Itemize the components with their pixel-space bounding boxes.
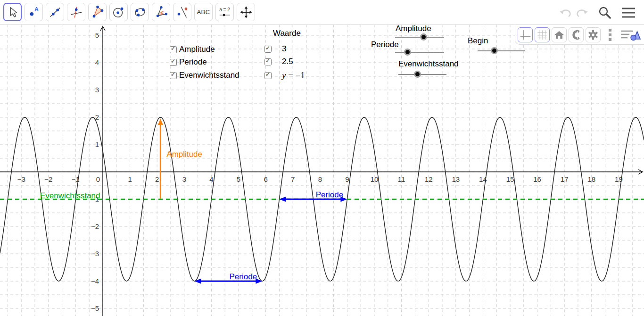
checkbox-periode[interactable]: Periode (170, 57, 207, 67)
tool-polygon-button[interactable] (88, 3, 107, 21)
checkbox-amplitude[interactable]: Amplitude (170, 45, 215, 54)
checkbox-label: Periode (179, 57, 207, 67)
x-tick-label: 1 (128, 175, 132, 183)
tool-buttons: A (3, 3, 255, 21)
evenwichtsstand-slider-knob[interactable] (414, 71, 421, 78)
x-tick-label: 9 (345, 175, 349, 183)
periode-slider-knob[interactable] (404, 49, 411, 56)
ellipse-icon (133, 5, 147, 19)
checkbox-icon[interactable] (264, 58, 272, 65)
checkbox-icon[interactable] (264, 46, 272, 53)
checkbox-icon[interactable] (264, 72, 272, 79)
undo-icon (559, 7, 572, 19)
view-options-icon (620, 28, 641, 42)
x-tick-label: 6 (264, 175, 267, 183)
tool-circle-button[interactable] (109, 3, 128, 21)
periode-label[interactable]: Periode (316, 190, 344, 199)
amplitude-slider-knob[interactable] (420, 33, 427, 41)
checkbox-icon[interactable] (170, 59, 177, 66)
tool-reflect-button[interactable] (173, 3, 191, 21)
slider-glyph (219, 13, 231, 17)
move-view-icon (239, 5, 253, 19)
amplitude-slider-track[interactable] (395, 37, 444, 38)
undo-button[interactable] (559, 7, 572, 21)
polygon-icon (91, 5, 105, 19)
line-icon (48, 5, 62, 19)
tool-conic-button[interactable] (131, 3, 149, 21)
tool-point-button[interactable]: A (25, 3, 43, 21)
x-tick-label: 10 (371, 175, 379, 183)
slider-tool-icon: a = 2 (219, 8, 231, 17)
toggle-axes-button[interactable] (518, 27, 533, 42)
begin-slider-knob[interactable] (491, 47, 498, 54)
svg-text:A: A (34, 6, 38, 13)
angle-icon: α (154, 5, 168, 19)
x-tick-label: 13 (452, 175, 460, 183)
axes-icon (519, 29, 531, 41)
tool-angle-button[interactable]: α (152, 3, 170, 21)
x-tick-label: 17 (561, 175, 569, 183)
point-icon: A (27, 5, 41, 19)
periode-slider-track[interactable] (395, 52, 444, 53)
y-tick-label: 1 (95, 140, 99, 148)
menu-button[interactable] (621, 7, 636, 21)
waarde-header: Waarde (273, 29, 301, 38)
x-tick-label: 3 (182, 175, 186, 183)
search-button[interactable] (597, 5, 612, 22)
perpendicular-line-icon (69, 5, 83, 19)
checkbox-evenwichtsstand[interactable]: Evenwichtsstand (170, 71, 239, 80)
amplitude-slider-label[interactable]: Amplitude (396, 24, 431, 33)
y-tick-label: 5 (95, 31, 99, 39)
periode-slider-label[interactable]: Periode (371, 40, 399, 49)
x-tick-label: 4 (209, 175, 213, 183)
x-tick-label: 8 (318, 175, 322, 183)
menu-icon (621, 7, 636, 19)
y-tick-label: 4 (95, 58, 99, 66)
amplitude-label[interactable]: Amplitude (166, 150, 202, 159)
x-tick-label: 7 (291, 175, 295, 183)
checkbox-icon[interactable] (170, 72, 177, 79)
x-tick-label: 5 (237, 175, 240, 183)
tool-text-button[interactable]: ABC (194, 3, 213, 21)
evenwichtsstand-slider-label[interactable]: Evenwichtsstand (398, 59, 459, 69)
redo-button[interactable] (575, 7, 588, 21)
snap-to-grid-button[interactable] (569, 27, 584, 42)
x-tick-label: −2 (44, 175, 52, 183)
search-icon (597, 5, 612, 20)
tool-slider-button[interactable]: a = 2 (215, 3, 234, 21)
reflect-line-icon (175, 5, 190, 19)
more-options-button[interactable] (603, 27, 618, 42)
begin-slider-track[interactable] (478, 50, 525, 51)
periode-label[interactable]: Periode (229, 272, 257, 281)
home-button[interactable] (552, 27, 567, 42)
tool-line-button[interactable] (46, 3, 64, 21)
tool-move-view-button[interactable] (237, 3, 255, 21)
y-tick-label: −4 (91, 277, 99, 285)
checkbox-icon[interactable] (170, 46, 177, 53)
amplitude-arrow-head (158, 119, 163, 125)
graphics-style-bar (515, 25, 644, 45)
evenwichtsstand-label[interactable]: Evenwichtsstand (40, 191, 100, 200)
y-tick-label: −2 (91, 222, 99, 230)
magnet-icon (570, 29, 582, 41)
view-options-button[interactable] (619, 27, 641, 42)
evenwichtsstand-slider-track[interactable] (398, 74, 446, 75)
settings-button[interactable] (586, 27, 601, 42)
gear-icon (587, 29, 599, 41)
checkbox-label: Amplitude (179, 45, 215, 54)
x-tick-label: 2 (155, 175, 159, 183)
tool-perpendicular-line-button[interactable] (67, 3, 85, 21)
x-tick-label: 16 (533, 175, 541, 183)
circle-icon (112, 5, 126, 19)
tool-move-button[interactable] (3, 3, 22, 21)
toggle-grid-button[interactable] (535, 27, 550, 42)
checkbox-waarde-periode[interactable]: 2.5 (264, 57, 293, 66)
checkbox-waarde-amplitude[interactable]: 3 (264, 44, 286, 54)
periode-arrow-head (279, 197, 286, 202)
checkbox-waarde-evenwichtsstand[interactable]: y = −1 (264, 70, 305, 81)
begin-slider-label[interactable]: Begin (468, 36, 488, 46)
waarde-value: 2.5 (282, 57, 293, 66)
toolbar: A (0, 0, 644, 25)
redo-icon (575, 7, 588, 19)
graphics-view[interactable]: −3−2−1012345678910111213141516171819−5−4… (0, 24, 644, 316)
